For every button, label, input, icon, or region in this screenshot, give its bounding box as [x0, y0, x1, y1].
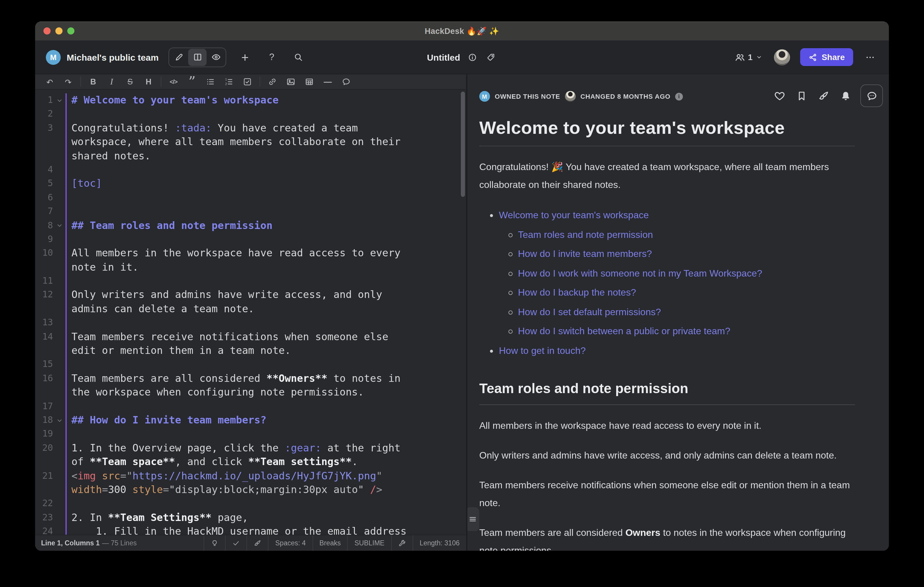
- editor-line-row: 3Congratulations! :tada: You have create…: [35, 121, 466, 135]
- more-options-button[interactable]: [861, 49, 878, 66]
- line-number: 9: [35, 233, 53, 247]
- editor-code-text: note in it.: [67, 260, 139, 274]
- bold-button[interactable]: B: [84, 75, 102, 88]
- table-button[interactable]: [300, 75, 318, 88]
- editor-code-text: [67, 497, 71, 511]
- heading-button[interactable]: H: [139, 75, 158, 88]
- italic-button[interactable]: I: [102, 75, 121, 88]
- close-button[interactable]: [43, 27, 51, 35]
- minimize-button[interactable]: [55, 27, 63, 35]
- fold-gutter: [53, 177, 66, 191]
- toc-link[interactable]: How do I work with someone not in my Tea…: [518, 268, 762, 278]
- toc-link[interactable]: How do I switch between a public or priv…: [518, 326, 730, 336]
- quote-button[interactable]: ”: [183, 75, 201, 88]
- fold-gutter: [53, 149, 66, 163]
- status-cell[interactable]: Breaks: [312, 535, 347, 551]
- preview-paragraph: Only writers and admins have write acces…: [479, 447, 855, 464]
- toc-subitem: How do I invite team members?: [518, 245, 855, 264]
- wrench-status-button[interactable]: [391, 535, 412, 551]
- bell-button[interactable]: [840, 90, 851, 102]
- image-button[interactable]: [282, 75, 300, 88]
- search-button[interactable]: [290, 49, 307, 66]
- pane-menu-tab[interactable]: [467, 507, 479, 531]
- undo-button[interactable]: ↶: [41, 75, 59, 88]
- owner-avatar[interactable]: M: [479, 91, 490, 102]
- lightbulb-status-button[interactable]: [204, 535, 225, 551]
- bookmark-icon: [796, 90, 807, 101]
- team-name[interactable]: Michael's public team: [67, 52, 158, 62]
- toc-subitem: How do I switch between a public or priv…: [518, 322, 855, 341]
- fold-gutter: [53, 358, 66, 372]
- editor-line-row: 14Team members receive notifications whe…: [35, 330, 466, 344]
- checklist-icon: [243, 77, 252, 86]
- preview-pane: M OWNED THIS NOTE CHANGED 8 MONTHS AGO i…: [467, 74, 889, 551]
- bell-icon: [840, 90, 851, 101]
- line-number: 13: [35, 316, 53, 330]
- fold-chevron-icon[interactable]: [53, 94, 66, 107]
- last-editor-avatar[interactable]: [565, 91, 576, 102]
- brush-status-button[interactable]: [247, 535, 268, 551]
- toc-link[interactable]: How do I invite team members?: [518, 248, 652, 259]
- toc-subitem: Team roles and note permission: [518, 225, 855, 245]
- help-button[interactable]: ?: [264, 49, 280, 66]
- status-cell[interactable]: SUBLIME: [347, 535, 391, 551]
- check-status-button[interactable]: [225, 535, 247, 551]
- collaborators-menu[interactable]: 1: [735, 52, 763, 62]
- tag-button[interactable]: [485, 49, 497, 66]
- checklist-button[interactable]: [238, 75, 257, 88]
- editor-code-text: the workspace when configuring note perm…: [67, 385, 364, 400]
- strikethrough-button[interactable]: S: [121, 75, 139, 88]
- editor-line-row: the workspace when configuring note perm…: [35, 385, 466, 400]
- line-number: 21: [35, 469, 53, 483]
- markdown-editor[interactable]: 1# Welcome to your team's workspace23Con…: [35, 90, 466, 534]
- horizontal-rule-button[interactable]: —: [318, 75, 337, 88]
- traffic-lights: [43, 21, 74, 40]
- line-count: — 75 Lines: [102, 539, 137, 547]
- line-number: 14: [35, 330, 53, 344]
- share-nodes-icon: [808, 53, 817, 62]
- editor-line-row: width=300 style="display:block;margin:30…: [35, 483, 466, 497]
- toc-link[interactable]: How to get in touch?: [499, 345, 586, 355]
- redo-button[interactable]: ↷: [59, 75, 78, 88]
- bullet-list-button[interactable]: [201, 75, 220, 88]
- numbered-list-button[interactable]: 12: [220, 75, 238, 88]
- ellipsis-icon: [865, 52, 875, 62]
- toc-link[interactable]: How do I backup the notes?: [518, 287, 636, 298]
- heading-icon: H: [145, 77, 152, 86]
- editor-code-text: # Welcome to your team's workspace: [67, 94, 279, 107]
- comment-button[interactable]: [860, 84, 883, 107]
- fold-chevron-icon[interactable]: [53, 219, 66, 233]
- comment-button[interactable]: [337, 75, 355, 88]
- info-icon[interactable]: i: [675, 92, 683, 100]
- editor-code-text: of **Team space**, and click **Team sett…: [67, 455, 358, 469]
- bookmark-button[interactable]: [795, 90, 807, 102]
- toc-link[interactable]: How do I set default permissions?: [518, 307, 661, 317]
- editor-scrollbar[interactable]: [461, 92, 465, 197]
- team-avatar[interactable]: M: [46, 50, 61, 64]
- pencil-icon: [175, 53, 184, 62]
- link-button[interactable]: [263, 75, 282, 88]
- brush-button[interactable]: [817, 90, 829, 102]
- fold-gutter: [53, 385, 66, 400]
- heart-button[interactable]: [773, 90, 785, 102]
- fold-chevron-icon[interactable]: [53, 413, 66, 428]
- toc-link[interactable]: Welcome to your team's workspace: [499, 210, 649, 220]
- cursor-position: Line 1, Columns 1 — 75 Lines: [35, 535, 204, 551]
- zoom-button[interactable]: [67, 27, 74, 35]
- code-button[interactable]: </>: [164, 75, 183, 88]
- mode-split-view-button[interactable]: [188, 48, 207, 66]
- plus-button[interactable]: +: [237, 49, 253, 66]
- mode-eye-button[interactable]: [207, 48, 225, 66]
- user-avatar[interactable]: [774, 49, 790, 65]
- status-cell[interactable]: Spaces: 4: [268, 535, 312, 551]
- status-cell[interactable]: Length: 3106: [412, 535, 466, 551]
- toc-link[interactable]: Team roles and note permission: [518, 229, 653, 239]
- mode-pencil-button[interactable]: [170, 48, 188, 66]
- brush-icon: [818, 90, 829, 101]
- editor-code-text: [67, 191, 71, 205]
- fold-gutter: [53, 233, 66, 247]
- fold-gutter: [53, 205, 66, 219]
- share-button[interactable]: Share: [800, 48, 853, 66]
- owned-label: OWNED THIS NOTE: [495, 93, 560, 100]
- info-circle-button[interactable]: [467, 49, 478, 66]
